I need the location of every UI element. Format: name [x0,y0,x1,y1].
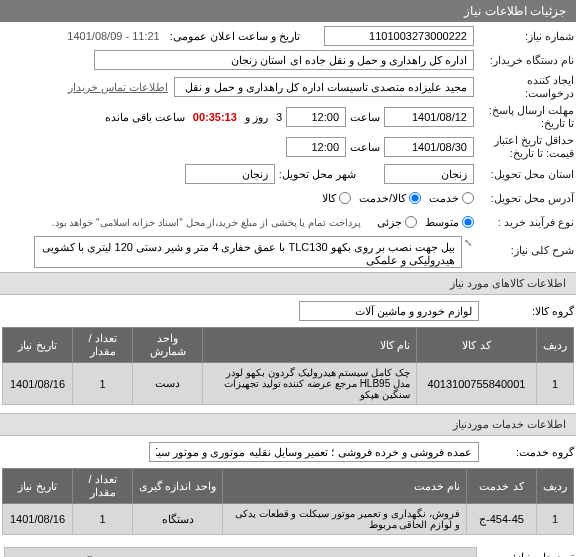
niaz-no-input[interactable] [324,26,474,46]
services-group-label: گروه خدمت: [479,446,574,459]
remain-day-label: روز و [241,111,272,124]
city-input[interactable] [185,164,275,184]
requester-label: ایجاد کننده درخواست: [474,74,574,100]
desc-label: شرح کلی نیاز: [474,236,574,257]
province-label: استان محل تحویل: [474,168,574,181]
th-code: کد خدمت [467,469,537,504]
buyer-input[interactable] [94,50,474,70]
notes-text: پرداخت به صورت اعتباری و نصب و راه انداز… [4,547,477,557]
radio-goods-label: کالا [322,192,336,205]
process-opt-med[interactable]: متوسط [425,216,474,229]
radio-service[interactable] [462,192,474,204]
cell-idx: 1 [537,504,574,535]
process-opt-small[interactable]: جزئی [377,216,417,229]
province-input[interactable] [384,164,474,184]
th-name: نام کالا [203,328,417,363]
th-unit: واحد شمارش [133,328,203,363]
row-desc: شرح کلی نیاز: ⤡ [2,234,574,270]
desc-textarea[interactable] [34,236,462,268]
cell-name: فروش، نگهداری و تعمیر موتور سیکلت و قطعا… [223,504,467,535]
remain-timer: 00:35:13 [189,111,241,123]
process-label: نوع فرآیند خرید : [474,216,574,229]
validity-date-input[interactable] [384,137,474,157]
th-qty: تعداد / مقدار [73,469,133,504]
contact-link[interactable]: اطلاعات تماس خریدار [68,81,174,94]
goods-group-input[interactable] [299,301,479,321]
cell-name: چک کامل سیستم هیدرولیک گردون بکهو لودر م… [203,363,417,405]
notes-label: توضیحات نیاز: [479,545,574,557]
niaz-no-label: شماره نیاز: [474,30,574,43]
validity-label: حداقل تاریخ اعتبار قیمت: تا تاریخ: [474,134,574,160]
row-deadline: مهلت ارسال پاسخ: تا تاریخ: ساعت 3 روز و … [2,102,574,132]
delivery-opt-goods[interactable]: کالا [322,192,351,205]
services-group-input[interactable] [149,442,479,462]
radio-both-label: کالا/خدمت [359,192,406,205]
process-radio-group: متوسط جزئی [377,216,474,229]
form-section: شماره نیاز: تاریخ و ساعت اعلان عمومی: 14… [0,22,576,272]
validity-time-input[interactable] [286,137,346,157]
goods-table-header-row: ردیف کد کالا نام کالا واحد شمارش تعداد /… [3,328,574,363]
cell-code: 454-45-ج [467,504,537,535]
city-label: شهر محل تحویل: [275,168,360,181]
th-name: نام خدمت [223,469,467,504]
cell-qty: 1 [73,504,133,535]
radio-med-label: متوسط [425,216,459,229]
deadline-date-input[interactable] [384,107,474,127]
radio-goods[interactable] [339,192,351,204]
row-process: نوع فرآیند خرید : متوسط جزئی پرداخت تمام… [2,210,574,234]
header-bar: جزئیات اطلاعات نیاز [0,0,576,22]
delivery-opt-service[interactable]: خدمت [429,192,474,205]
deadline-label: مهلت ارسال پاسخ: تا تاریخ: [474,104,574,130]
th-unit: واحد اندازه گیری [133,469,223,504]
radio-small-label: جزئی [377,216,402,229]
validity-time-label: ساعت [346,141,384,154]
header-title: جزئیات اطلاعات نیاز [464,4,566,18]
delivery-addr-label: آدرس محل تحویل: [474,192,574,205]
goods-section-title: اطلاعات کالاهای مورد نیاز [0,272,576,295]
th-idx: ردیف [537,469,574,504]
deadline-time-label: ساعت [346,111,384,124]
cell-code: 4013100755840001 [417,363,537,405]
services-section-title: اطلاعات خدمات موردنیاز [0,413,576,436]
announce-label: تاریخ و ساعت اعلان عمومی: [166,30,304,43]
row-requester: ایجاد کننده درخواست: اطلاعات تماس خریدار [2,72,574,102]
buyer-label: نام دستگاه خریدار: [474,54,574,67]
radio-small[interactable] [405,216,417,228]
goods-table: ردیف کد کالا نام کالا واحد شمارش تعداد /… [2,327,574,405]
row-delivery-addr: آدرس محل تحویل: خدمت کالا/خدمت کالا [2,186,574,210]
th-idx: ردیف [537,328,574,363]
row-buyer: نام دستگاه خریدار: [2,48,574,72]
cell-unit: دست [133,363,203,405]
cell-unit: دستگاه [133,504,223,535]
services-group-row: گروه خدمت: [2,438,574,466]
goods-group-label: گروه کالا: [479,305,574,318]
row-niaz-no: شماره نیاز: تاریخ و ساعت اعلان عمومی: 14… [2,24,574,48]
services-table-header-row: ردیف کد خدمت نام خدمت واحد اندازه گیری ت… [3,469,574,504]
table-row[interactable]: 1 454-45-ج فروش، نگهداری و تعمیر موتور س… [3,504,574,535]
delivery-radio-group: خدمت کالا/خدمت کالا [322,192,474,205]
remain-days: 3 [272,111,286,123]
row-province: استان محل تحویل: شهر محل تحویل: [2,162,574,186]
delivery-opt-both[interactable]: کالا/خدمت [359,192,421,205]
radio-med[interactable] [462,216,474,228]
services-table: ردیف کد خدمت نام خدمت واحد اندازه گیری ت… [2,468,574,535]
row-validity: حداقل تاریخ اعتبار قیمت: تا تاریخ: ساعت [2,132,574,162]
cell-date: 1401/08/16 [3,504,73,535]
announce-value: 1401/08/09 - 11:21 [67,30,165,42]
remain-suffix: ساعت باقی مانده [101,111,189,124]
th-code: کد کالا [417,328,537,363]
requester-input[interactable] [174,77,474,97]
th-date: تاریخ نیاز [3,469,73,504]
th-date: تاریخ نیاز [3,328,73,363]
radio-service-label: خدمت [429,192,459,205]
goods-section: گروه کالا: ردیف کد کالا نام کالا واحد شم… [0,295,576,413]
table-row[interactable]: 1 4013100755840001 چک کامل سیستم هیدرولی… [3,363,574,405]
cell-qty: 1 [73,363,133,405]
radio-both[interactable] [409,192,421,204]
notes-row: توضیحات نیاز: پرداخت به صورت اعتباری و ن… [0,543,576,557]
cell-date: 1401/08/16 [3,363,73,405]
goods-group-row: گروه کالا: [2,297,574,325]
process-note: پرداخت تمام یا بخشی از مبلغ خرید،از محل … [52,217,367,228]
deadline-time-input[interactable] [286,107,346,127]
resize-icon[interactable]: ⤡ [462,236,474,248]
